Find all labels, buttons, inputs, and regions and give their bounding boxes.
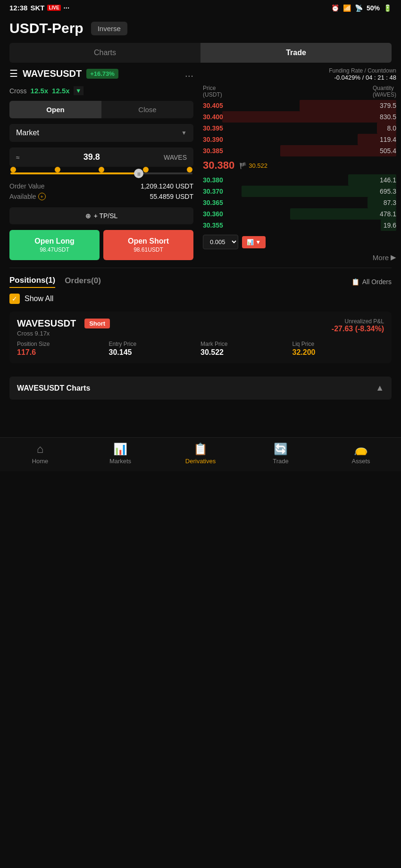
- order-details: Order Value 1,209.1240 USDT Available + …: [9, 181, 193, 202]
- amount-slider[interactable]: |||: [9, 172, 193, 174]
- bid-row-4: 30.360 478.1: [203, 208, 396, 220]
- header: USDT-Perp Inverse: [0, 16, 401, 43]
- liq-price-value: 32.200: [292, 348, 384, 357]
- position-details: Position Size 117.6 Entry Price 30.145 M…: [17, 341, 384, 357]
- liq-price-col: Liq Price 32.200: [292, 341, 384, 357]
- flag-icon: 🏴: [239, 162, 247, 169]
- nav-assets[interactable]: 👝 Assets: [321, 442, 401, 465]
- symbol-row: ☰ WAVESUSDT +16.73% ...: [9, 67, 193, 80]
- tab-trade[interactable]: Trade: [200, 43, 392, 63]
- charts-title: WAVESUSDT Charts: [17, 384, 90, 393]
- charts-section: WAVESUSDT Charts ▲: [0, 369, 401, 400]
- open-short-price: 98.61USDT: [110, 246, 187, 254]
- available-label: Available +: [9, 193, 46, 200]
- time: 12:38: [9, 4, 27, 12]
- open-tab[interactable]: Open: [9, 101, 101, 118]
- symbol-name: WAVESUSDT: [23, 68, 82, 79]
- home-icon: ⌂: [37, 442, 44, 456]
- pnl-value: -27.63 (-8.34%): [332, 325, 384, 333]
- order-type-label: Market: [16, 129, 39, 137]
- more-button[interactable]: More ▶: [203, 249, 396, 263]
- bid-row-5: 30.355 19.6: [203, 220, 396, 231]
- positions-tabs: Positions(1) Orders(0) 📋 All Orders: [9, 276, 392, 288]
- leverage-dropdown-arrow[interactable]: ▼: [74, 86, 84, 95]
- nav-markets[interactable]: 📊 Markets: [80, 442, 160, 465]
- order-type-dropdown-arrow: ▼: [181, 130, 187, 136]
- open-short-label: Open Short: [110, 237, 187, 246]
- amount-row: ≈ 39.8 WAVES: [9, 147, 193, 167]
- all-orders-button[interactable]: 📋 All Orders: [351, 278, 392, 286]
- nav-home[interactable]: ⌂ Home: [0, 442, 80, 465]
- nav-home-label: Home: [32, 458, 49, 465]
- entry-price-value: 30.145: [109, 348, 201, 357]
- nav-trade[interactable]: 🔄 Trade: [241, 442, 321, 465]
- charts-header: WAVESUSDT Charts ▲: [9, 377, 392, 400]
- tab-positions[interactable]: Positions(1): [9, 276, 55, 288]
- tab-charts[interactable]: Charts: [9, 43, 200, 63]
- depth-select[interactable]: 0.005: [203, 235, 238, 249]
- chart-type-button[interactable]: 📊 ▼: [242, 236, 266, 248]
- order-type-select[interactable]: Market ▼: [9, 124, 193, 142]
- slider-handle[interactable]: |||: [134, 169, 143, 178]
- slider-track: |||: [10, 172, 192, 174]
- markets-icon: 📊: [113, 442, 127, 456]
- show-all-checkbox[interactable]: ✓: [9, 294, 20, 304]
- trade-icon: 🔄: [274, 442, 288, 456]
- open-long-button[interactable]: Open Long 98.47USDT: [9, 230, 100, 260]
- symbol-left: ☰ WAVESUSDT +16.73%: [9, 68, 118, 79]
- leverage-row: Cross 12.5x 12.5x ▼: [9, 86, 193, 95]
- more-dots-button[interactable]: ...: [185, 67, 193, 80]
- funding-rate-value: -0.0429% / 04 : 21 : 48: [203, 74, 396, 81]
- status-left: 12:38 SKT LIVE ···: [9, 4, 69, 12]
- tab-orders[interactable]: Orders(0): [65, 276, 101, 287]
- derivatives-icon: 📋: [193, 442, 208, 456]
- tpsl-label: + TP/SL: [94, 212, 118, 220]
- slider-dot-75: [143, 167, 149, 172]
- status-bar: 12:38 SKT LIVE ··· ⏰ 📶 📡 50% 🔋: [0, 0, 401, 16]
- bottom-nav: ⌂ Home 📊 Markets 📋 Derivatives 🔄 Trade 👝…: [0, 437, 401, 471]
- order-value-label: Order Value: [9, 182, 44, 190]
- order-value-row: Order Value 1,209.1240 USDT: [9, 181, 193, 191]
- close-tab[interactable]: Close: [101, 101, 193, 118]
- positions-section: Positions(1) Orders(0) 📋 All Orders ✓ Sh…: [0, 268, 401, 363]
- hamburger-icon[interactable]: ☰: [9, 68, 18, 79]
- bid-row-2: 30.370 695.3: [203, 186, 396, 197]
- tpsl-plus-icon: ⊕: [85, 212, 91, 220]
- mark-price: 🏴 30.522: [239, 162, 267, 169]
- tpsl-button[interactable]: ⊕ + TP/SL: [9, 207, 193, 224]
- open-short-button[interactable]: Open Short 98.61USDT: [103, 230, 193, 260]
- nav-trade-label: Trade: [273, 458, 288, 465]
- orderbook-headers: Price(USDT) Quantity(WAVES): [203, 84, 396, 100]
- unrealized-pnl: Unrealized P&L -27.63 (-8.34%): [332, 318, 384, 333]
- leverage-value2-button[interactable]: 12.5x: [52, 87, 70, 95]
- battery-icon: 🔋: [384, 4, 392, 12]
- status-right: ⏰ 📶 📡 50% 🔋: [331, 4, 392, 12]
- wifi-icon: 📶: [343, 4, 351, 12]
- available-info-icon[interactable]: +: [38, 193, 46, 200]
- collapse-arrow-icon[interactable]: ▲: [376, 383, 384, 393]
- position-card: WAVESUSDT Short Cross 9.17x Unrealized P…: [9, 311, 392, 363]
- nav-derivatives[interactable]: 📋 Derivatives: [160, 442, 241, 465]
- open-long-price: 98.47USDT: [16, 246, 93, 254]
- liq-price-label: Liq Price: [292, 341, 384, 347]
- alarm-icon: ⏰: [331, 4, 339, 12]
- mark-price-col: Mark Price 30.522: [200, 341, 292, 357]
- assets-icon: 👝: [354, 442, 368, 456]
- position-size-value: 117.6: [17, 348, 109, 357]
- position-left: WAVESUSDT Short Cross 9.17x: [17, 318, 110, 337]
- battery: 50%: [367, 4, 380, 12]
- amount-currency: WAVES: [164, 154, 187, 161]
- ask-row-2: 30.400 830.5: [203, 111, 396, 123]
- inverse-button[interactable]: Inverse: [91, 22, 127, 35]
- available-value: 55.4859 USDT: [150, 193, 193, 200]
- nav-derivatives-label: Derivatives: [185, 458, 216, 465]
- all-orders-icon: 📋: [351, 278, 359, 286]
- ask-row-5: 30.385 505.4: [203, 145, 396, 156]
- right-panel: Funding Rate / Countdown -0.0429% / 04 :…: [203, 67, 401, 268]
- slider-dot-0: [10, 167, 16, 172]
- entry-price-col: Entry Price 30.145: [109, 341, 201, 357]
- ask-rows: 30.405 379.5 30.400 830.5 30.395 8.0 30.…: [203, 100, 396, 156]
- qty-header: Quantity(WAVES): [373, 85, 396, 98]
- cross-label: Cross: [9, 87, 27, 95]
- leverage-value1-button[interactable]: 12.5x: [31, 87, 49, 95]
